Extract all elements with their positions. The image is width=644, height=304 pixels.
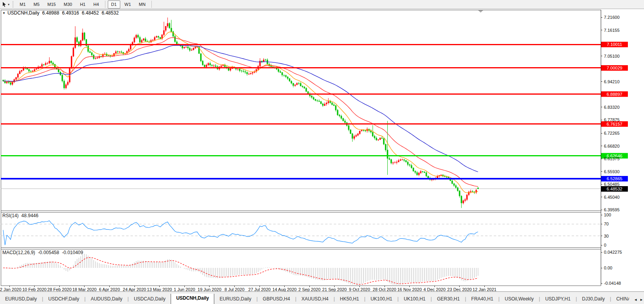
date-axis-label: 8 Jul 2020 [224, 287, 245, 291]
date-axis-label: 10 Feb 2020 [22, 287, 47, 291]
date-axis-label: 16 Nov 2020 [397, 287, 421, 291]
timeframe-button-M5[interactable]: M5 [30, 0, 43, 9]
timeframe-button-H4[interactable]: H4 [90, 0, 102, 9]
price-tick-label: 6.45040 [604, 195, 620, 200]
chart-symbol-label: USDCNH,Daily [7, 10, 39, 16]
price-tick-label: 6.39595 [604, 207, 620, 212]
date-axis-label: 23 Dec 2020 [447, 287, 472, 291]
chart-tab-uk100-h1[interactable]: UK100,H1 [365, 294, 397, 304]
level-badge-label: 7.00029 [607, 66, 622, 70]
date-axis-label: 27 Jul 2020 [248, 287, 271, 291]
chart-tab-audusd-daily[interactable]: AUDUSD,Daily [86, 294, 128, 304]
date-axis-label: 2 Sep 2020 [298, 287, 320, 291]
rsi-value: 48.9446 [21, 213, 38, 218]
ohlc-high: 6.49316 [62, 10, 79, 16]
toolbar-grip[interactable] [13, 1, 13, 7]
date-axis-label: 19 Jun 2020 [198, 287, 222, 291]
date-axis-label: 1 Jun 2020 [174, 287, 195, 291]
toolbar-separator [151, 1, 152, 8]
date-axis-label: 4 Dec 2020 [423, 287, 445, 291]
date-axis-label: 6 Apr 2020 [99, 287, 120, 291]
price-tick-label: 6.55930 [604, 169, 620, 174]
macd-value: -0.005458 [38, 250, 59, 255]
chart-tab-dj30-daily[interactable]: DJ30,Daily [577, 294, 610, 304]
ohlc-open: 6.48988 [42, 10, 59, 16]
pointer-tool-button[interactable]: ▾ [0, 0, 11, 9]
chart-tab-ger30-h1[interactable]: GER30,H1 [432, 294, 465, 304]
pointer-tool-icon [2, 2, 7, 7]
rsi-tick-label: 0 [604, 243, 606, 247]
date-axis-label: 21 Sep 2020 [322, 287, 347, 291]
chart-tab-gbpusd-h4[interactable]: GBPUSD,H4 [258, 294, 295, 304]
macd-name: MACD(12,26,9) [2, 250, 35, 255]
current-price-badge-label: 6.48532 [607, 187, 622, 191]
price-tick-label: 6.72265 [604, 131, 620, 136]
price-tick-label: 7.21600 [604, 15, 620, 20]
price-tick-label: 7.05100 [604, 54, 620, 59]
price-tick-label: 6.61375 [604, 156, 620, 161]
date-axis-label: 24 Apr 2020 [123, 287, 146, 291]
timeframe-button-M15[interactable]: M15 [44, 0, 59, 9]
chart-tab-uk100-h1[interactable]: UK100,H1 [399, 294, 431, 304]
level-badge-label: 6.76157 [607, 122, 622, 126]
rsi-tick-label: 30 [604, 234, 609, 238]
chart-tab-usdcad-daily[interactable]: USDCAD,Daily [129, 294, 171, 304]
macd-tick-label: 0.042275 [604, 250, 622, 255]
macd-indicator-label: MACD(12,26,9)-0.005458-0.010409 [2, 250, 83, 255]
chart-canvas[interactable]: 7.100117.000296.888976.761576.626466.528… [0, 9, 644, 291]
rsi-indicator-label: RSI(14)48.9446 [2, 213, 39, 218]
chart-window: 7.100117.000296.888976.761576.626466.528… [0, 9, 644, 291]
timeframe-buttons: M1M5M15M30H1H4D1W1MN [16, 0, 154, 9]
price-tick-label: 7.16155 [604, 28, 620, 33]
timeframe-button-M1[interactable]: M1 [16, 0, 29, 9]
chart-tab-usoil-weekly[interactable]: USOil,Weekly [500, 294, 539, 304]
chart-tabs: EURUSD,Daily|USDCHF,Daily|AUDUSD,Daily|U… [0, 294, 629, 304]
level-badge-label: 7.10011 [607, 42, 622, 47]
chart-menu-caret[interactable]: ▼ [2, 11, 6, 15]
timeframe-button-M30[interactable]: M30 [60, 0, 75, 9]
date-axis-label: 9 Oct 2020 [349, 287, 370, 291]
chart-tab-usdjpy-h1[interactable]: USDJPY,H1 [540, 294, 576, 304]
rsi-tick-label: 70 [604, 222, 609, 226]
ohlc-close: 6.48532 [101, 10, 118, 16]
tabs-scroll-right[interactable]: ► [640, 298, 643, 302]
tabs-scroll-left[interactable]: ◄ [634, 298, 637, 302]
pointer-tool-caret[interactable]: ▾ [8, 3, 9, 6]
chart-tab-usdcnh-daily[interactable]: USDCNH,Daily [171, 294, 214, 304]
chart-tab-china300-h1[interactable]: CHINA300,H1 [611, 294, 629, 304]
price-tick-label: 6.50485 [604, 182, 620, 187]
rsi-tick-label: 100 [604, 212, 611, 217]
date-axis-label: 28 Feb 2020 [47, 287, 72, 291]
chart-tab-fra40-h1[interactable]: FRA40,H1 [466, 294, 499, 304]
chart-tab-eurusd-daily[interactable]: EURUSD,Daily [214, 294, 256, 304]
chart-tab-bar: EURUSD,Daily|USDCHF,Daily|AUDUSD,Daily|U… [0, 291, 644, 304]
price-tick-label: 6.83320 [604, 105, 620, 110]
price-tick-label: 6.66820 [604, 144, 620, 148]
price-tick-label: 6.77875 [604, 117, 620, 122]
timeframe-button-H1[interactable]: H1 [76, 0, 89, 9]
ohlc-low: 6.48452 [82, 10, 99, 16]
chart-tab-xauusd-h4[interactable]: XAUUSD,H4 [296, 294, 334, 304]
date-axis-label: 22 Jan 2020 [0, 287, 21, 291]
date-axis-label: 12 Jan 2021 [473, 287, 497, 291]
macd-signal-value: -0.010409 [62, 250, 83, 255]
toolbar-separator [105, 1, 105, 8]
rsi-name: RSI(14) [2, 213, 18, 218]
chart-tab-hk50-h1[interactable]: HK50,H1 [335, 294, 364, 304]
date-axis-label: 13 May 2020 [147, 287, 172, 291]
macd-tick-label: 0.00 [604, 266, 612, 270]
level-badge-label: 6.88897 [607, 92, 622, 97]
chart-tab-usdchf-daily[interactable]: USDCHF,Daily [43, 294, 85, 304]
toolbar: ▾ M1M5M15M30H1H4D1W1MN [0, 0, 644, 9]
date-axis-label: 18 Mar 2020 [72, 287, 97, 291]
macd-tick-label: -0.04148 [604, 281, 621, 286]
date-axis-label: 14 Aug 2020 [272, 287, 297, 291]
timeframe-button-W1[interactable]: W1 [121, 0, 135, 9]
chart-title: ▼USDCNH,Daily6.489886.493166.484526.4853… [2, 10, 119, 16]
timeframe-button-MN[interactable]: MN [135, 0, 149, 9]
chart-tab-eurusd-daily[interactable]: EURUSD,Daily [0, 294, 42, 304]
date-axis-label: 28 Oct 2020 [373, 287, 396, 291]
price-tick-label: 6.94210 [604, 79, 620, 84]
level-badge-label: 6.52865 [607, 176, 622, 181]
timeframe-button-D1[interactable]: D1 [108, 0, 120, 9]
